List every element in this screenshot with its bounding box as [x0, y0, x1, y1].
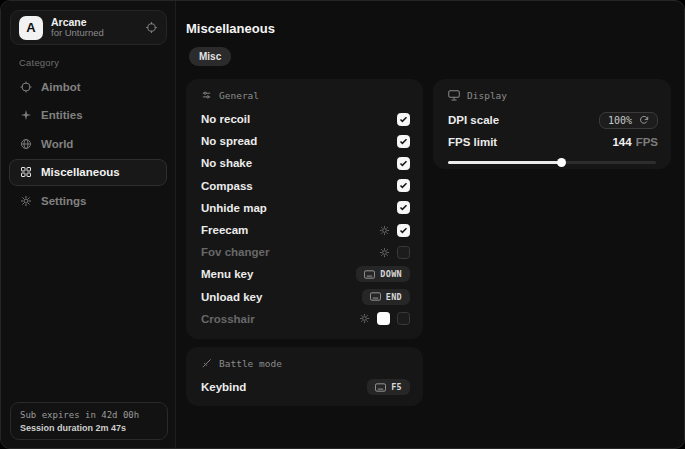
- fps-limit-value: 144: [612, 136, 631, 148]
- crosshair-color-swatch[interactable]: [377, 312, 390, 325]
- unhide-map-checkbox[interactable]: [397, 201, 410, 214]
- sidebar: A Arcane for Unturned Category Aimbot: [1, 1, 176, 448]
- freecam-gear-icon[interactable]: [379, 225, 390, 236]
- setting-row-freecam: Freecam: [199, 219, 410, 241]
- category-label: Category: [19, 57, 59, 68]
- battle-icon: [201, 358, 212, 369]
- dpi-scale-selector[interactable]: 100%: [599, 112, 658, 129]
- fov-changer-checkbox[interactable]: [397, 246, 410, 259]
- sidebar-item-entities[interactable]: Entities: [9, 102, 167, 129]
- target-icon[interactable]: [145, 21, 158, 34]
- entities-icon: [20, 109, 32, 121]
- arcane-logo: A: [19, 16, 43, 40]
- page-title: Miscellaneous: [186, 21, 275, 36]
- keyboard-icon: [364, 270, 375, 279]
- panel-title: Display: [467, 90, 507, 101]
- crosshair-icon: [20, 81, 32, 93]
- app-window: A Arcane for Unturned Category Aimbot: [0, 0, 685, 449]
- fps-limit-slider[interactable]: [446, 158, 658, 167]
- tab-misc[interactable]: Misc: [189, 47, 231, 66]
- panel-title: General: [219, 90, 259, 101]
- setting-row-menu-key: Menu key DOWN: [199, 263, 410, 285]
- display-panel: Display DPI scale 100% FPS limit 144 FPS: [433, 79, 671, 169]
- setting-row-compass: Compass: [199, 175, 410, 197]
- menu-key-button[interactable]: DOWN: [356, 266, 410, 282]
- no-shake-checkbox[interactable]: [397, 157, 410, 170]
- fps-limit-unit: FPS: [636, 136, 658, 148]
- fps-limit-row: FPS limit 144 FPS: [446, 132, 658, 152]
- sub-expiry-text: Sub expires in 42d 00h: [20, 410, 158, 420]
- check-icon: [399, 226, 408, 235]
- sidebar-item-label: Miscellaneous: [41, 166, 120, 178]
- no-recoil-checkbox[interactable]: [397, 113, 410, 126]
- crosshair-checkbox[interactable]: [397, 312, 410, 325]
- setting-row-unhide-map: Unhide map: [199, 197, 410, 219]
- dpi-scale-value: 100%: [608, 115, 632, 126]
- check-icon: [399, 137, 408, 146]
- grid-icon: [20, 166, 32, 178]
- setting-row-keybind: Keybind F5: [199, 376, 410, 398]
- refresh-icon[interactable]: [639, 115, 649, 125]
- sidebar-item-settings[interactable]: Settings: [9, 187, 167, 214]
- check-icon: [399, 159, 408, 168]
- setting-row-no-recoil: No recoil: [199, 108, 410, 130]
- sidebar-item-label: Aimbot: [41, 81, 81, 93]
- setting-row-crosshair: Crosshair: [199, 308, 410, 330]
- setting-row-unload-key: Unload key END: [199, 286, 410, 308]
- logo-card: A Arcane for Unturned: [10, 10, 167, 45]
- slider-thumb[interactable]: [557, 158, 566, 167]
- setting-row-no-spread: No spread: [199, 130, 410, 152]
- check-icon: [399, 203, 408, 212]
- check-icon: [399, 181, 408, 190]
- globe-icon: [20, 138, 32, 150]
- main-content: Miscellaneous Misc General No recoil No …: [177, 1, 684, 448]
- sidebar-nav: Aimbot Entities World Miscellaneous: [9, 73, 167, 216]
- fov-changer-gear-icon[interactable]: [379, 247, 390, 258]
- panel-title: Battle mode: [219, 358, 282, 369]
- compass-checkbox[interactable]: [397, 179, 410, 192]
- battle-mode-panel: Battle mode Keybind F5: [186, 347, 423, 406]
- battle-keybind-button[interactable]: F5: [367, 379, 410, 395]
- display-icon: [448, 90, 460, 101]
- general-panel: General No recoil No spread No shake Com…: [186, 79, 423, 339]
- sidebar-item-miscellaneous[interactable]: Miscellaneous: [9, 159, 167, 186]
- sidebar-item-label: World: [41, 138, 73, 150]
- gear-icon: [20, 195, 32, 207]
- session-duration-text: Session duration 2m 47s: [20, 423, 158, 433]
- setting-row-no-shake: No shake: [199, 152, 410, 174]
- keyboard-icon: [375, 383, 386, 392]
- freecam-checkbox[interactable]: [397, 224, 410, 237]
- sidebar-item-aimbot[interactable]: Aimbot: [9, 73, 167, 100]
- no-spread-checkbox[interactable]: [397, 135, 410, 148]
- setting-row-fov-changer: Fov changer: [199, 241, 410, 263]
- sidebar-item-world[interactable]: World: [9, 130, 167, 157]
- sidebar-item-label: Settings: [41, 195, 86, 207]
- general-icon: [201, 90, 212, 101]
- keyboard-icon: [370, 292, 381, 301]
- app-subtitle: for Unturned: [51, 28, 137, 39]
- crosshair-gear-icon[interactable]: [359, 313, 370, 324]
- dpi-scale-row: DPI scale 100%: [446, 108, 658, 132]
- subscription-status: Sub expires in 42d 00h Session duration …: [10, 402, 168, 440]
- sidebar-item-label: Entities: [41, 109, 83, 121]
- unload-key-button[interactable]: END: [362, 289, 410, 305]
- check-icon: [399, 115, 408, 124]
